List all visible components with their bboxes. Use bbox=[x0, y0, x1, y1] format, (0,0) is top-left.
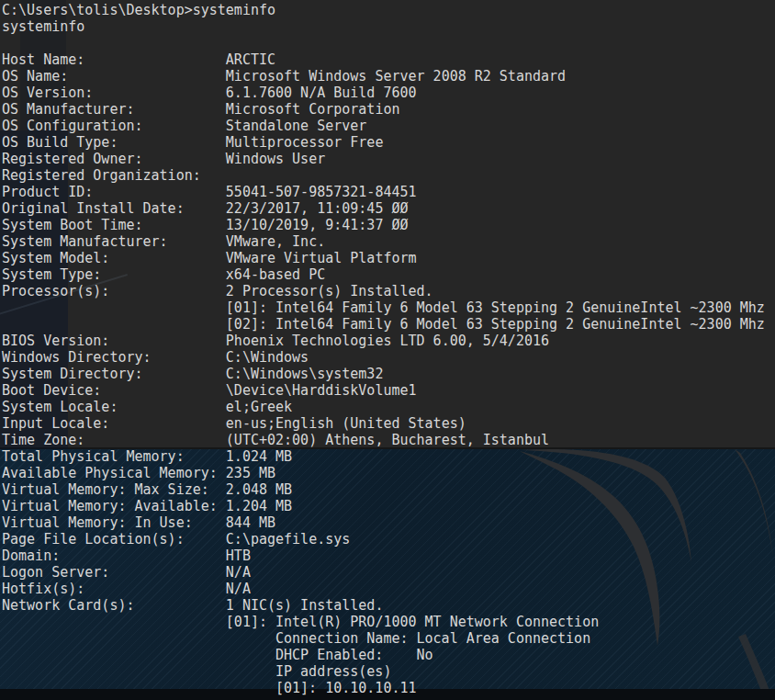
terminal-line: Boot Device:\Device\HarddiskVolume1 bbox=[2, 382, 775, 399]
terminal-line: System Directory:C:\Windows\system32 bbox=[2, 366, 775, 382]
field-value: 1.024 MB bbox=[226, 448, 292, 465]
field-label: Hotfix(s): bbox=[2, 581, 226, 597]
field-value: 2.048 MB bbox=[226, 481, 292, 498]
terminal-line: Virtual Memory: Max Size:2.048 MB bbox=[2, 481, 775, 498]
field-value: HTB bbox=[226, 548, 251, 564]
field-label: Windows Directory: bbox=[2, 349, 226, 366]
field-label: Virtual Memory: In Use: bbox=[2, 514, 226, 531]
field-label: OS Configuration: bbox=[2, 118, 226, 134]
terminal-line: [01]: Intel64 Family 6 Model 63 Stepping… bbox=[2, 299, 775, 316]
field-label: Original Install Date: bbox=[2, 200, 226, 217]
terminal-line: System Type:x64-based PC bbox=[2, 266, 775, 283]
field-value: 1 NIC(s) Installed. bbox=[226, 597, 384, 614]
field-label: OS Name: bbox=[2, 68, 226, 85]
nic-detail: IP address(es) bbox=[275, 663, 391, 680]
terminal-screen[interactable]: C:\Users\tolis\Desktop>systeminfo system… bbox=[0, 0, 775, 700]
nic-detail: [01]: 10.10.10.11 bbox=[275, 680, 417, 696]
field-label: Time Zone: bbox=[2, 432, 226, 448]
field-label: Available Physical Memory: bbox=[2, 465, 226, 481]
field-label: OS Manufacturer: bbox=[2, 101, 226, 118]
terminal-line: Windows Directory:C:\Windows bbox=[2, 349, 775, 366]
field-label: Registered Organization: bbox=[2, 167, 226, 184]
field-value: Multiprocessor Free bbox=[226, 134, 384, 151]
field-label: System Locale: bbox=[2, 399, 226, 415]
terminal-line: C:\Users\tolis\Desktop>systeminfo bbox=[2, 2, 775, 18]
terminal-line: Network Card(s):1 NIC(s) Installed. bbox=[2, 597, 775, 614]
terminal-line: OS Configuration:Standalone Server bbox=[2, 118, 775, 134]
terminal-line: System Boot Time:13/10/2019, 9:41:37 ØØ bbox=[2, 217, 775, 233]
field-value: C:\Windows\system32 bbox=[226, 366, 384, 382]
terminal-line: BIOS Version:Phoenix Technologies LTD 6.… bbox=[2, 333, 775, 349]
field-label: System Directory: bbox=[2, 366, 226, 382]
field-value: 6.1.7600 N/A Build 7600 bbox=[226, 85, 417, 101]
field-value: C:\Windows bbox=[226, 349, 309, 366]
terminal-line: IP address(es) bbox=[2, 663, 775, 680]
field-value: en-us;English (United States) bbox=[226, 415, 466, 432]
field-label: Logon Server: bbox=[2, 564, 226, 581]
field-value: 1.204 MB bbox=[226, 498, 292, 514]
terminal-line: Logon Server:N/A bbox=[2, 564, 775, 581]
field-value: el;Greek bbox=[226, 399, 292, 415]
terminal-line: System Locale:el;Greek bbox=[2, 399, 775, 415]
terminal-line: Total Physical Memory:1.024 MB bbox=[2, 448, 775, 465]
field-value: VMware, Inc. bbox=[226, 233, 325, 250]
terminal-line: [02]: Intel64 Family 6 Model 63 Stepping… bbox=[2, 316, 775, 333]
terminal-line: Hotfix(s):N/A bbox=[2, 581, 775, 597]
field-value: Phoenix Technologies LTD 6.00, 5/4/2016 bbox=[226, 333, 549, 349]
field-label: System Boot Time: bbox=[2, 217, 226, 233]
terminal-line: Registered Owner:Windows User bbox=[2, 151, 775, 167]
nic-entry: [01]: Intel(R) PRO/1000 MT Network Conne… bbox=[226, 614, 599, 630]
terminal-line: Connection Name: Local Area Connection bbox=[2, 630, 775, 647]
terminal-line: System Model:VMware Virtual Platform bbox=[2, 250, 775, 266]
terminal-line: Available Physical Memory:235 MB bbox=[2, 465, 775, 481]
processor-entry: [02]: Intel64 Family 6 Model 63 Stepping… bbox=[226, 316, 765, 333]
terminal-output: C:\Users\tolis\Desktop>systeminfo system… bbox=[2, 2, 775, 696]
field-value: Microsoft Corporation bbox=[226, 101, 400, 118]
command-echo-text: systeminfo bbox=[2, 18, 84, 35]
field-value: C:\pagefile.sys bbox=[226, 531, 350, 548]
terminal-line: Registered Organization: bbox=[2, 167, 775, 184]
field-value: 235 MB bbox=[226, 465, 275, 481]
field-value: ARCTIC bbox=[226, 51, 275, 68]
field-value: N/A bbox=[226, 564, 251, 581]
terminal-line: OS Build Type:Multiprocessor Free bbox=[2, 134, 775, 151]
terminal-line: OS Version:6.1.7600 N/A Build 7600 bbox=[2, 85, 775, 101]
terminal-line: OS Manufacturer:Microsoft Corporation bbox=[2, 101, 775, 118]
field-label: Boot Device: bbox=[2, 382, 226, 399]
terminal-line: Input Locale:en-us;English (United State… bbox=[2, 415, 775, 432]
field-label: Virtual Memory: Available: bbox=[2, 498, 226, 514]
field-value: 55041-507-9857321-84451 bbox=[226, 184, 417, 200]
field-label: Processor(s): bbox=[2, 283, 226, 299]
field-label: Product ID: bbox=[2, 184, 226, 200]
field-label: System Type: bbox=[2, 266, 226, 283]
terminal-line: [01]: 10.10.10.11 bbox=[2, 680, 775, 696]
field-value: 844 MB bbox=[226, 514, 275, 531]
field-value: \Device\HarddiskVolume1 bbox=[226, 382, 417, 399]
field-value: VMware Virtual Platform bbox=[226, 250, 417, 266]
terminal-line: systeminfo bbox=[2, 18, 775, 35]
terminal-line: OS Name:Microsoft Windows Server 2008 R2… bbox=[2, 68, 775, 85]
field-label: System Manufacturer: bbox=[2, 233, 226, 250]
field-label: Host Name: bbox=[2, 51, 226, 68]
field-label: OS Build Type: bbox=[2, 134, 226, 151]
terminal-line: [01]: Intel(R) PRO/1000 MT Network Conne… bbox=[2, 614, 775, 630]
nic-detail: Connection Name: Local Area Connection bbox=[275, 630, 590, 647]
terminal-line: Host Name:ARCTIC bbox=[2, 51, 775, 68]
field-value: 22/3/2017, 11:09:45 ØØ bbox=[226, 200, 409, 217]
terminal-line: Page File Location(s):C:\pagefile.sys bbox=[2, 531, 775, 548]
field-label: OS Version: bbox=[2, 85, 226, 101]
field-label: BIOS Version: bbox=[2, 333, 226, 349]
field-value: x64-based PC bbox=[226, 266, 325, 283]
terminal-line: System Manufacturer:VMware, Inc. bbox=[2, 233, 775, 250]
terminal-line: Virtual Memory: In Use:844 MB bbox=[2, 514, 775, 531]
command-prompt-text: C:\Users\tolis\Desktop>systeminfo bbox=[2, 2, 275, 18]
nic-detail: DHCP Enabled: No bbox=[275, 647, 433, 663]
field-label: Virtual Memory: Max Size: bbox=[2, 481, 226, 498]
field-value: Windows User bbox=[226, 151, 325, 167]
field-label: Input Locale: bbox=[2, 415, 226, 432]
terminal-line-blank bbox=[2, 35, 775, 51]
terminal-line: Product ID:55041-507-9857321-84451 bbox=[2, 184, 775, 200]
terminal-line: Domain:HTB bbox=[2, 548, 775, 564]
terminal-line: Original Install Date:22/3/2017, 11:09:4… bbox=[2, 200, 775, 217]
field-value: Standalone Server bbox=[226, 118, 367, 134]
